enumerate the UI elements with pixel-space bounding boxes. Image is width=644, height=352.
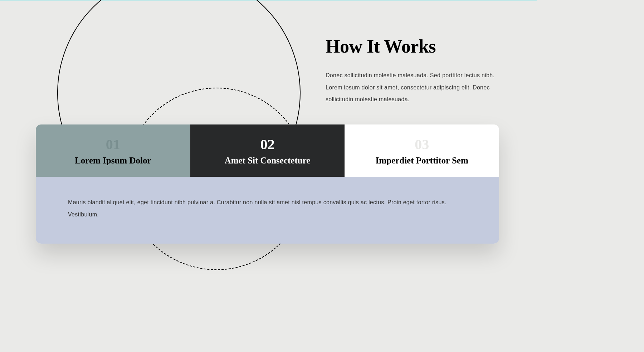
tab-title: Lorem Ipsum Dolor [75,156,151,166]
tab-number: 02 [260,136,275,153]
tab-step-3[interactable]: 03 Imperdiet Porttitor Sem [345,124,499,177]
tab-number: 03 [415,136,429,153]
tab-title: Imperdiet Porttitor Sem [376,156,468,166]
tab-title: Amet Sit Consecteture [225,156,311,166]
section-description: Donec sollicitudin molestie malesuada. S… [326,69,497,106]
tabs-row: 01 Lorem Ipsum Dolor 02 Amet Sit Consect… [36,124,499,177]
tab-number: 01 [106,136,120,153]
section-title: How It Works [326,36,497,57]
top-accent-border [0,0,537,1]
tab-step-2[interactable]: 02 Amet Sit Consecteture [190,124,345,177]
tab-step-1[interactable]: 01 Lorem Ipsum Dolor [36,124,190,177]
header-section: How It Works Donec sollicitudin molestie… [326,36,497,106]
tab-content-text: Mauris blandit aliquet elit, eget tincid… [68,196,467,220]
tab-content-panel: Mauris blandit aliquet elit, eget tincid… [36,177,499,244]
tabs-card: 01 Lorem Ipsum Dolor 02 Amet Sit Consect… [36,124,499,244]
